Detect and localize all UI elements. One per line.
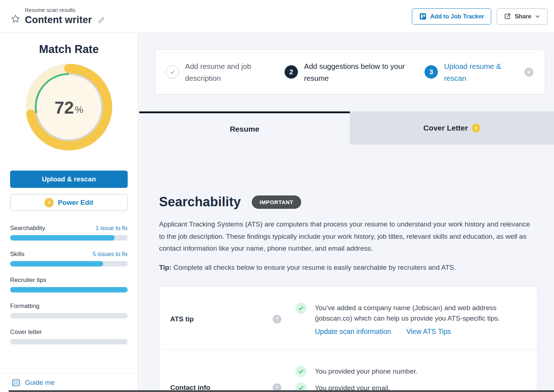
tab-bar: ResumeCover Letter	[139, 111, 554, 145]
match-rate-title: Match Rate	[0, 43, 138, 56]
stepper-step-1: Add resume and job description	[166, 50, 265, 94]
metric-issues-link[interactable]: 5 issues to fix	[93, 251, 128, 257]
resume-scan-results-page: Resume scan results Content writer Add t…	[0, 0, 554, 392]
help-icon[interactable]: ?	[273, 315, 281, 323]
section-title: Searchability	[159, 194, 241, 210]
metric-progress-track	[10, 261, 128, 267]
share-label: Share	[515, 13, 531, 20]
step-label: Add resume and job description	[185, 60, 265, 84]
premium-bolt-icon	[472, 124, 480, 132]
page-subtitle: Resume scan results	[25, 7, 105, 13]
guide-checklist-icon	[12, 378, 21, 387]
stepper-card: Add resume and job description2Add sugge…	[155, 49, 545, 94]
tab-label: Cover Letter	[423, 124, 468, 132]
checks-card: ATS tip?You've added a company name (Job…	[159, 286, 537, 392]
check-item-text: You've added a company name (Jobscan) an…	[315, 303, 519, 323]
metric-progress-fill	[10, 235, 115, 241]
favorite-star-icon[interactable]	[11, 14, 20, 23]
metric-item: Formatting	[10, 303, 128, 318]
main-panel: Add resume and job description2Add sugge…	[139, 33, 554, 392]
upload-rescan-button[interactable]: Upload & rescan	[10, 171, 128, 188]
tab-resume[interactable]: Resume	[139, 111, 350, 145]
metric-progress-track	[10, 339, 128, 344]
metric-item: Cover letter	[10, 329, 128, 344]
metric-label: Skills	[10, 251, 25, 258]
metrics-list: Searchability1 issue to fixSkills5 issue…	[0, 225, 138, 344]
tip-text: Complete all checks below to ensure your…	[173, 264, 456, 271]
share-button[interactable]: Share	[497, 8, 548, 25]
edit-title-icon[interactable]	[98, 17, 105, 24]
header-title-group: Resume scan results Content writer	[0, 7, 105, 26]
power-edit-label: Power Edit	[58, 199, 93, 207]
check-item-text: You provided your phone number.	[315, 366, 537, 376]
metric-issues-link[interactable]: 1 issue to fix	[96, 225, 128, 232]
metric-progress-fill	[10, 261, 103, 267]
metric-label: Cover letter	[10, 329, 42, 336]
metric-item: Skills5 issues to fix	[10, 251, 128, 267]
match-rate-unit: %	[75, 104, 83, 115]
metric-progress-fill	[10, 287, 128, 292]
title-block: Resume scan results Content writer	[25, 7, 105, 26]
success-check-icon	[295, 303, 307, 314]
important-badge: IMPORTANT	[252, 195, 301, 209]
step-number-badge: 3	[425, 65, 438, 79]
check-item: You've added a company name (Jobscan) an…	[295, 303, 537, 323]
section-tip: Tip: Complete all checks below to ensure…	[159, 261, 537, 273]
check-row-label: ATS tip	[170, 315, 273, 323]
chevron-down-icon	[535, 14, 540, 19]
success-check-icon	[295, 366, 307, 377]
match-rate-value: 72	[54, 99, 74, 116]
share-external-icon	[504, 13, 511, 20]
metric-item: Searchability1 issue to fix	[10, 225, 128, 241]
sidebar: Match Rate 72 % Upload & rescan Power Ed…	[0, 33, 138, 392]
stepper-step-2: 2Add suggestions below to your resume	[285, 50, 409, 94]
match-rate-value-group: 72 %	[54, 99, 83, 116]
match-rate-gauge: 72 %	[24, 62, 114, 153]
check-row-body: You've added a company name (Jobscan) an…	[295, 303, 537, 336]
section-description: Applicant Tracking Systems (ATS) are com…	[159, 218, 537, 255]
tab-cover-letter[interactable]: Cover Letter	[350, 111, 554, 145]
step-label[interactable]: Upload resume & rescan	[444, 60, 516, 84]
step-label: Add suggestions below to your resume	[304, 60, 409, 84]
searchability-section: Searchability IMPORTANT Applicant Tracki…	[159, 145, 537, 392]
power-edit-bolt-icon	[44, 198, 54, 207]
metric-label: Searchability	[10, 225, 45, 232]
header-actions: Add to Job Tracker Share	[412, 8, 554, 25]
header: Resume scan results Content writer Add t…	[0, 0, 554, 33]
metric-label: Recruiter tips	[10, 277, 46, 284]
metric-progress-track	[10, 235, 128, 241]
metric-progress-track	[10, 313, 128, 318]
step-number-badge: 2	[285, 65, 298, 79]
add-to-job-tracker-button[interactable]: Add to Job Tracker	[412, 8, 491, 25]
stepper-step-3[interactable]: 3Upload resume & rescan	[425, 50, 516, 94]
guide-me-label: Guide me	[25, 379, 54, 387]
check-item: You provided your phone number.	[295, 366, 537, 377]
check-links-row: Update scan informationView ATS Tips	[315, 327, 537, 336]
view-ats-tips-link[interactable]: View ATS Tips	[406, 327, 451, 336]
check-row-contact-info: Contact info?You provided your phone num…	[159, 349, 537, 392]
guide-me-link[interactable]: Guide me	[0, 373, 138, 392]
tip-label: Tip:	[159, 264, 171, 271]
tab-label: Resume	[230, 125, 259, 133]
check-row-body: You provided your phone number.You provi…	[295, 366, 537, 392]
sidebar-actions: Upload & rescan Power Edit	[0, 171, 138, 211]
page-title: Content writer	[25, 14, 92, 26]
check-row-ats-tip: ATS tip?You've added a company name (Job…	[159, 287, 537, 349]
metric-progress-track	[10, 287, 128, 292]
update-scan-information-link[interactable]: Update scan information	[315, 327, 391, 336]
metric-item: Recruiter tips	[10, 277, 128, 292]
stepper-close-icon[interactable]: ✕	[524, 67, 533, 76]
job-tracker-board-icon	[419, 13, 427, 20]
step-done-check-icon	[166, 65, 179, 79]
bottom-edge-strip	[9, 390, 554, 392]
add-to-job-tracker-label: Add to Job Tracker	[430, 13, 484, 20]
power-edit-button[interactable]: Power Edit	[10, 194, 128, 211]
metric-label: Formatting	[10, 303, 39, 310]
